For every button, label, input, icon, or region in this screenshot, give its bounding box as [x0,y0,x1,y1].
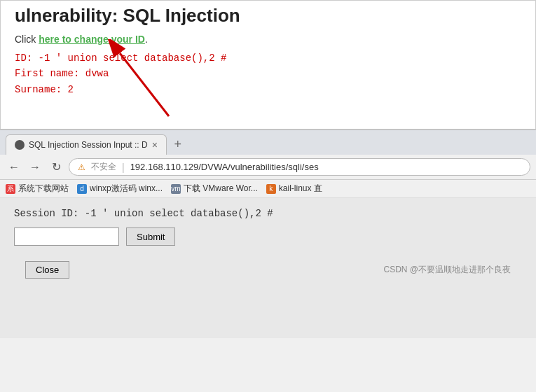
session-id-text: Session ID: -1 ' union select database()… [14,208,273,219]
bookmark-2[interactable]: d winxp激活码 winx... [77,183,163,195]
bookmark-4-favicon: k [266,184,276,194]
click-prefix: Click [15,34,39,45]
change-id-link[interactable]: here to change your ID [39,34,145,45]
bookmark-4[interactable]: k kail-linux 直 [266,183,322,195]
page-title: ulnerability: SQL Injection [15,5,521,27]
security-icon: ⚠ [78,162,85,172]
back-button[interactable]: ← [6,159,22,176]
session-id-display: Session ID: -1 ' union select database()… [14,208,522,219]
security-label: 不安全 [91,161,116,173]
csdn-watermark: CSDN @不要温顺地走进那个良夜 [383,264,511,276]
session-input-field[interactable] [14,227,119,246]
address-bar[interactable]: ⚠ 不安全 | 192.168.110.129/DVWA/vulnerabili… [69,158,530,176]
click-suffix: . [145,34,148,45]
result-id: ID: -1 ' union select database(),2 # [15,50,521,66]
close-button[interactable]: Close [25,261,69,279]
result-surname: Surname: 2 [15,82,521,97]
bookmark-3-favicon: vm [171,184,181,194]
tab-favicon [15,140,25,150]
url-divider: | [122,162,125,173]
input-row: Submit [14,227,522,246]
bookmark-1[interactable]: 系 系统下载网站 [6,183,69,195]
bookmark-1-favicon: 系 [6,184,15,194]
bookmark-2-favicon: d [77,184,87,194]
bookmark-2-label: winxp激活码 winx... [90,183,163,195]
dvwa-result-panel: ulnerability: SQL Injection Click here t… [0,0,536,130]
browser-window: SQL Injection Session Input :: D × + ← →… [0,130,536,338]
bookmarks-bar: 系 系统下载网站 d winxp激活码 winx... vm 下载 VMware… [0,180,536,198]
navigation-bar: ← → ↻ ⚠ 不安全 | 192.168.110.129/DVWA/vulne… [0,155,536,180]
active-tab[interactable]: SQL Injection Session Input :: D × [6,134,167,155]
result-block: ID: -1 ' union select database(),2 # Fir… [15,50,521,97]
url-text: 192.168.110.129/DVWA/vulnerabilities/sql… [130,162,319,172]
bookmark-4-label: kail-linux 直 [279,183,322,195]
reload-button[interactable]: ↻ [48,159,64,176]
forward-button[interactable]: → [27,159,43,176]
bookmark-3[interactable]: vm 下载 VMware Wor... [171,183,258,195]
page-content: Session ID: -1 ' union select database()… [0,198,536,338]
tab-bar: SQL Injection Session Input :: D × + [0,130,536,155]
tab-close-button[interactable]: × [152,139,158,150]
bottom-bar: Close CSDN @不要温顺地走进那个良夜 [14,257,522,283]
submit-button[interactable]: Submit [126,227,175,246]
new-tab-button[interactable]: + [168,135,188,155]
bookmark-3-label: 下载 VMware Wor... [184,183,258,195]
change-id-line: Click here to change your ID. [15,34,521,45]
result-firstname: First name: dvwa [15,66,521,81]
tab-label: SQL Injection Session Input :: D [29,140,148,150]
bookmark-1-label: 系统下载网站 [18,183,69,195]
